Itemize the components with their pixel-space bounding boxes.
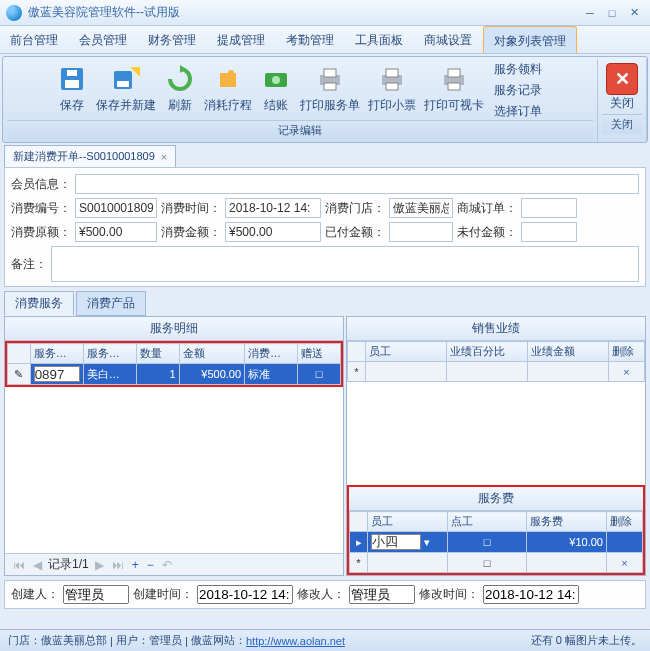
close-button[interactable]: ✕ 关闭 xyxy=(602,61,642,114)
sf-delete-button[interactable]: × xyxy=(607,553,643,573)
creator-input[interactable] xyxy=(63,585,129,604)
tab-consume-product[interactable]: 消费产品 xyxy=(76,291,146,316)
svg-rect-14 xyxy=(386,83,398,90)
sf-row[interactable]: ▸ ▾ □ ¥10.00 xyxy=(350,532,643,553)
menu-tools[interactable]: 工具面板 xyxy=(345,26,414,53)
document-tab-close[interactable]: × xyxy=(161,151,167,163)
menu-finance[interactable]: 财务管理 xyxy=(138,26,207,53)
col-service-name[interactable]: 服务… xyxy=(83,344,136,364)
cell-amount[interactable]: ¥500.00 xyxy=(179,364,245,385)
modify-time-input[interactable] xyxy=(483,585,579,604)
pager-undo[interactable]: ↶ xyxy=(160,558,174,572)
service-record-link[interactable]: 服务记录 xyxy=(494,82,542,99)
statusbar: 门店： 傲蓝美丽总部 | 用户： 管理员 | 傲蓝网站： http://www.… xyxy=(0,629,650,651)
print-service-button[interactable]: 打印服务单 xyxy=(296,61,364,120)
app-icon xyxy=(6,5,22,21)
tab-consume-service[interactable]: 消费服务 xyxy=(4,291,74,316)
inner-tabs: 消费服务 消费产品 xyxy=(4,291,646,316)
service-material-link[interactable]: 服务领料 xyxy=(494,61,542,78)
menu-member[interactable]: 会员管理 xyxy=(69,26,138,53)
pager-first[interactable]: ⏮ xyxy=(11,558,27,572)
unpaid-input[interactable] xyxy=(521,222,577,242)
service-fee-grid[interactable]: 员工 点工 服务费 删除 ▸ ▾ □ ¥10.00 * □ xyxy=(349,511,643,573)
sp-new-row[interactable]: * × xyxy=(348,362,645,382)
sf-row-indicator xyxy=(350,512,368,532)
consume-store-input[interactable] xyxy=(389,198,453,218)
menu-commission[interactable]: 提成管理 xyxy=(207,26,276,53)
orig-amount-input[interactable] xyxy=(75,222,157,242)
col-amount[interactable]: 金额 xyxy=(179,344,245,364)
modifier-input[interactable] xyxy=(349,585,415,604)
remark-textarea[interactable] xyxy=(51,246,639,282)
sales-perf-grid[interactable]: 员工 业绩百分比 业绩金额 删除 * × xyxy=(347,341,645,382)
sp-col-del[interactable]: 删除 xyxy=(609,342,645,362)
pager-last[interactable]: ⏭ xyxy=(110,558,126,572)
pager-next[interactable]: ▶ xyxy=(93,558,106,572)
pager-prev[interactable]: ◀ xyxy=(31,558,44,572)
refresh-icon xyxy=(164,63,196,95)
document-tab-bar: 新建消费开单--S0010001809 × xyxy=(0,145,650,167)
settle-button[interactable]: 结账 xyxy=(256,61,296,120)
sp-col-pct[interactable]: 业绩百分比 xyxy=(447,342,528,362)
cell-service-name[interactable]: 美白… xyxy=(83,364,136,385)
sf-col-pt[interactable]: 点工 xyxy=(447,512,527,532)
consume-amount-input[interactable] xyxy=(225,222,321,242)
close-window-button[interactable]: ✕ xyxy=(624,5,644,21)
col-service-code[interactable]: 服务… xyxy=(30,344,83,364)
service-fee-highlight: 服务费 员工 点工 服务费 删除 ▸ ▾ □ ¥10.00 * xyxy=(347,485,645,575)
cell-gift[interactable]: □ xyxy=(298,364,341,385)
pager-add[interactable]: + xyxy=(130,558,141,572)
save-new-icon xyxy=(110,63,142,95)
sf-col-emp[interactable]: 员工 xyxy=(368,512,448,532)
row-edit-indicator: ✎ xyxy=(8,364,31,385)
cell-type[interactable]: 标准 xyxy=(245,364,298,385)
sf-cell-pt[interactable]: □ xyxy=(447,532,527,553)
consume-amount-label: 消费金额： xyxy=(161,224,221,241)
sf-col-fee[interactable]: 服务费 xyxy=(527,512,607,532)
service-detail-row[interactable]: ✎ ▾ 美白… 1 ¥500.00 标准 □ xyxy=(8,364,341,385)
sf-col-del[interactable]: 删除 xyxy=(607,512,643,532)
print-receipt-button[interactable]: 打印小票 xyxy=(364,61,420,120)
col-gift[interactable]: 赠送 xyxy=(298,344,341,364)
document-tab[interactable]: 新建消费开单--S0010001809 × xyxy=(4,145,176,167)
sp-delete-button[interactable]: × xyxy=(609,362,645,382)
pager-remove[interactable]: − xyxy=(145,558,156,572)
paid-input[interactable] xyxy=(389,222,453,242)
svg-rect-13 xyxy=(386,69,398,77)
save-and-new-button[interactable]: 保存并新建 xyxy=(92,61,160,120)
menu-mall[interactable]: 商城设置 xyxy=(414,26,483,53)
print-card-button[interactable]: 打印可视卡 xyxy=(420,61,488,120)
sf-new-row[interactable]: * □ × xyxy=(350,553,643,573)
select-order-link[interactable]: 选择订单 xyxy=(494,103,542,120)
minimize-button[interactable]: ─ xyxy=(580,5,600,21)
menu-front-desk[interactable]: 前台管理 xyxy=(0,26,69,53)
status-site-link[interactable]: http://www.aolan.net xyxy=(246,635,345,647)
cell-qty[interactable]: 1 xyxy=(136,364,179,385)
service-detail-grid[interactable]: 服务… 服务… 数量 金额 消费… 赠送 ✎ ▾ 美白… 1 ¥500.00 标… xyxy=(7,343,341,385)
create-time-input[interactable] xyxy=(197,585,293,604)
mall-order-input[interactable] xyxy=(521,198,577,218)
cell-service-code[interactable]: ▾ xyxy=(30,364,83,385)
svg-rect-1 xyxy=(65,80,79,88)
sf-cell-fee[interactable]: ¥10.00 xyxy=(527,532,607,553)
col-consume-type[interactable]: 消费… xyxy=(245,344,298,364)
save-button[interactable]: 保存 xyxy=(52,61,92,120)
menu-attendance[interactable]: 考勤管理 xyxy=(276,26,345,53)
sp-col-amt[interactable]: 业绩金额 xyxy=(528,342,609,362)
col-qty[interactable]: 数量 xyxy=(136,344,179,364)
row-indicator-header xyxy=(8,344,31,364)
member-info-input[interactable] xyxy=(75,174,639,194)
refresh-button[interactable]: 刷新 xyxy=(160,61,200,120)
consume-no-input[interactable] xyxy=(75,198,157,218)
sp-col-emp[interactable]: 员工 xyxy=(366,342,447,362)
titlebar: 傲蓝美容院管理软件--试用版 ─ □ ✕ xyxy=(0,0,650,26)
status-site-label: 傲蓝网站： xyxy=(191,633,246,648)
svg-point-8 xyxy=(272,76,280,84)
svg-rect-4 xyxy=(117,81,129,87)
sf-cell-del[interactable] xyxy=(607,532,643,553)
maximize-button[interactable]: □ xyxy=(602,5,622,21)
consume-course-button[interactable]: 消耗疗程 xyxy=(200,61,256,120)
sf-cell-emp[interactable]: ▾ xyxy=(368,532,448,553)
consume-time-input[interactable] xyxy=(225,198,321,218)
menu-object-list[interactable]: 对象列表管理 xyxy=(483,26,577,53)
